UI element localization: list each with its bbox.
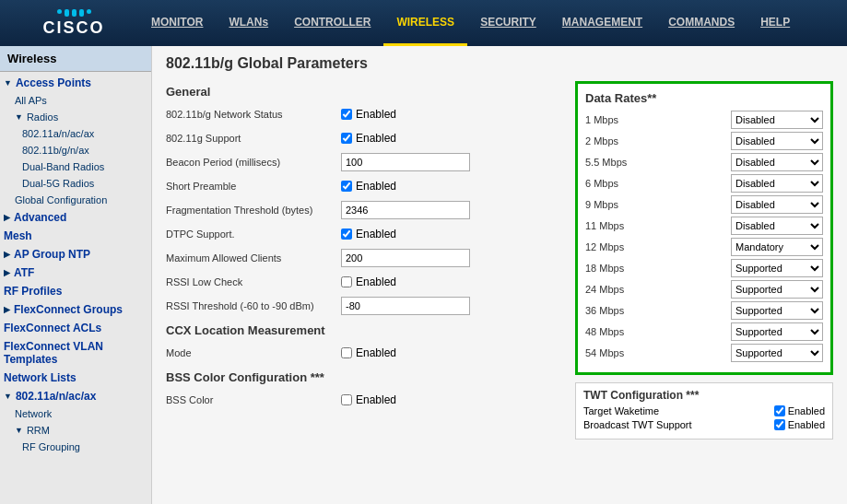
control-rssi-low-check: Enabled (341, 275, 566, 288)
value-bss-color: Enabled (356, 393, 396, 406)
label-rssi-threshold: RSSI Threshold (-60 to -90 dBm) (166, 300, 341, 311)
sidebar-item-80211a-n-ac-ax[interactable]: ▼ 802.11a/n/ac/ax (0, 387, 151, 405)
sidebar-item-flexconnect-acls[interactable]: FlexConnect ACLs (0, 319, 151, 337)
nav-controller[interactable]: CONTROLLER (281, 0, 383, 46)
field-fragmentation: Fragmentation Threshold (bytes) (166, 200, 566, 220)
cisco-dots (57, 9, 91, 17)
checkbox-rssi-low-check[interactable] (341, 276, 352, 287)
field-rssi-low-check: RSSI Low Check Enabled (166, 272, 566, 292)
input-beacon-period[interactable] (341, 153, 470, 171)
value-short-preamble: Enabled (356, 180, 396, 193)
rate-select-6mbps[interactable]: DisabledMandatorySupported (731, 174, 823, 193)
checkbox-short-preamble[interactable] (341, 181, 352, 192)
control-fragmentation (341, 201, 566, 219)
twt-control-target-waketime: Enabled (774, 405, 825, 416)
rate-select-1mbps[interactable]: DisabledMandatorySupported (731, 111, 823, 129)
rate-select-24mbps[interactable]: DisabledMandatorySupported (731, 280, 823, 299)
control-max-clients (341, 249, 566, 267)
sidebar-item-rrm[interactable]: ▼ RRM (0, 422, 151, 439)
sidebar: Wireless ▼ Access Points All APs ▼ Radio… (0, 46, 152, 504)
checkbox-80211g-support[interactable] (341, 133, 352, 144)
nav-monitor[interactable]: MONITOR (138, 0, 216, 46)
rate-label-24mbps: 24 Mbps (585, 284, 650, 295)
advanced-icon: ▶ (4, 213, 10, 222)
input-rssi-threshold[interactable] (341, 297, 470, 315)
value-dtpc: Enabled (356, 228, 396, 240)
checkbox-network-status[interactable] (341, 109, 352, 120)
sidebar-item-network-lists[interactable]: Network Lists (0, 369, 151, 387)
rate-select-5-5mbps[interactable]: DisabledMandatorySupported (731, 153, 823, 171)
value-target-waketime: Enabled (788, 405, 825, 416)
sidebar-item-ap-group-ntp[interactable]: ▶ AP Group NTP (0, 245, 151, 264)
sidebar-item-all-aps[interactable]: All APs (0, 92, 151, 109)
rate-row-48mbps: 48 Mbps DisabledMandatorySupported (585, 322, 823, 341)
sidebar-item-dual-band[interactable]: Dual-Band Radios (0, 158, 151, 175)
ccx-header: CCX Location Measurement (166, 323, 566, 337)
nav-help[interactable]: HELP (747, 0, 803, 46)
sidebar-item-flexconnect-groups[interactable]: ▶ FlexConnect Groups (0, 300, 151, 319)
checkbox-target-waketime[interactable] (774, 405, 785, 416)
sidebar-item-80211b[interactable]: 802.11b/g/n/ax (0, 142, 151, 158)
sidebar-item-advanced[interactable]: ▶ Advanced (0, 208, 151, 227)
sidebar-title: Wireless (0, 46, 151, 72)
sidebar-item-network[interactable]: Network (0, 405, 151, 422)
rate-select-12mbps[interactable]: DisabledMandatorySupported (731, 238, 823, 256)
main-container: Wireless ▼ Access Points All APs ▼ Radio… (0, 46, 847, 504)
field-80211g-support: 802.11g Support Enabled (166, 128, 566, 148)
rate-row-24mbps: 24 Mbps DisabledMandatorySupported (585, 280, 823, 299)
rate-select-2mbps[interactable]: DisabledMandatorySupported (731, 132, 823, 150)
nav-wlans[interactable]: WLANs (216, 0, 281, 46)
checkbox-broadcast-twt[interactable] (774, 419, 785, 430)
right-column: Data Rates** 1 Mbps DisabledMandatorySup… (575, 81, 833, 440)
sidebar-item-rf-grouping[interactable]: RF Grouping (0, 439, 151, 455)
checkbox-ccx-mode[interactable] (341, 347, 352, 358)
sidebar-item-radios[interactable]: ▼ Radios (0, 109, 151, 125)
checkbox-dtpc[interactable] (341, 229, 352, 240)
rate-label-36mbps: 36 Mbps (585, 305, 650, 316)
nav-commands[interactable]: COMMANDS (655, 0, 747, 46)
sidebar-item-80211a[interactable]: 802.11a/n/ac/ax (0, 125, 151, 142)
main-nav: MONITOR WLANs CONTROLLER WIRELESS SECURI… (138, 0, 838, 46)
rate-row-9mbps: 9 Mbps DisabledMandatorySupported (585, 195, 823, 214)
sidebar-item-flexconnect-vlan[interactable]: FlexConnect VLAN Templates (0, 337, 151, 369)
rate-select-48mbps[interactable]: DisabledMandatorySupported (731, 322, 823, 341)
sidebar-item-access-points[interactable]: ▼ Access Points (0, 74, 151, 92)
field-short-preamble: Short Preamble Enabled (166, 176, 566, 196)
checkbox-bss-color[interactable] (341, 394, 352, 405)
twt-row-broadcast: Broadcast TWT Support Enabled (583, 419, 825, 430)
atf-icon: ▶ (4, 268, 10, 277)
sidebar-item-rf-profiles[interactable]: RF Profiles (0, 282, 151, 300)
rate-row-11mbps: 11 Mbps DisabledMandatorySupported (585, 217, 823, 235)
data-rates-title: Data Rates** (585, 91, 823, 105)
label-ccx-mode: Mode (166, 347, 341, 358)
rate-row-6mbps: 6 Mbps DisabledMandatorySupported (585, 174, 823, 193)
label-rssi-low-check: RSSI Low Check (166, 276, 341, 287)
input-fragmentation[interactable] (341, 201, 470, 219)
nav-wireless[interactable]: WIRELESS (383, 0, 467, 46)
value-ccx-mode: Enabled (356, 346, 396, 359)
rate-select-18mbps[interactable]: DisabledMandatorySupported (731, 259, 823, 277)
rate-select-54mbps[interactable]: DisabledMandatorySupported (731, 344, 823, 362)
sidebar-item-atf[interactable]: ▶ ATF (0, 264, 151, 282)
bottom-expand-icon: ▼ (4, 392, 12, 401)
control-rssi-threshold (341, 297, 566, 315)
control-ccx-mode: Enabled (341, 346, 566, 359)
rate-select-9mbps[interactable]: DisabledMandatorySupported (731, 195, 823, 214)
input-max-clients[interactable] (341, 249, 470, 267)
field-network-status: 802.11b/g Network Status Enabled (166, 104, 566, 124)
label-max-clients: Maximum Allowed Clients (166, 252, 341, 264)
nav-management[interactable]: MANAGEMENT (549, 0, 655, 46)
rate-select-36mbps[interactable]: DisabledMandatorySupported (731, 301, 823, 320)
rate-row-18mbps: 18 Mbps DisabledMandatorySupported (585, 259, 823, 277)
content-columns: General 802.11b/g Network Status Enabled… (166, 81, 833, 440)
nav-security[interactable]: SECURITY (467, 0, 549, 46)
data-rates-box: Data Rates** 1 Mbps DisabledMandatorySup… (575, 81, 833, 375)
rate-select-11mbps[interactable]: DisabledMandatorySupported (731, 217, 823, 235)
sidebar-item-mesh[interactable]: Mesh (0, 227, 151, 245)
label-network-status: 802.11b/g Network Status (166, 109, 341, 120)
sidebar-item-global-config[interactable]: Global Configuration (0, 192, 151, 208)
sidebar-item-dual-5g[interactable]: Dual-5G Radios (0, 175, 151, 192)
content-area: 802.11b/g Global Parameters General 802.… (152, 46, 847, 504)
field-bss-color: BSS Color Enabled (166, 390, 566, 410)
rate-label-12mbps: 12 Mbps (585, 241, 650, 252)
